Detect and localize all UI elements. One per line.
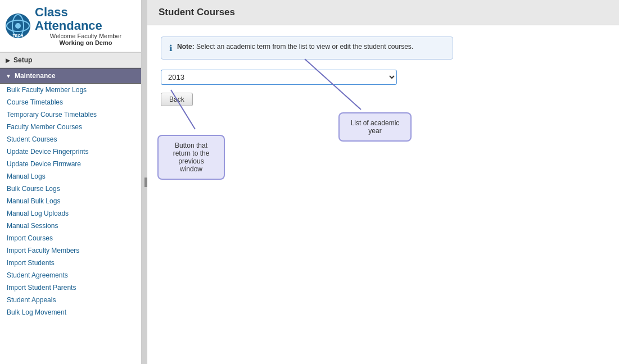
setup-section-toggle[interactable]: ▶ Setup [0,52,141,68]
sidebar-item-manual-bulk-logs[interactable]: Manual Bulk Logs [0,195,141,207]
app-title: Class Attendance [35,6,137,33]
sidebar-header: TECH Class Attendance Welcome Faculty Me… [0,0,141,52]
maintenance-section-toggle[interactable]: ▼ Maintenance [0,68,141,84]
back-button[interactable]: Back [161,93,193,106]
sidebar: TECH Class Attendance Welcome Faculty Me… [0,0,142,364]
sidebar-item-course-timetables[interactable]: Course Timetables [0,96,141,108]
sidebar-item-student-agreements[interactable]: Student Agreements [0,269,141,281]
maintenance-arrow-icon: ▼ [6,73,11,79]
svg-point-3 [15,23,21,29]
sidebar-item-update-device-firmware[interactable]: Update Device Firmware [0,158,141,170]
year-select[interactable]: 2013 [161,70,397,85]
sidebar-item-import-students[interactable]: Import Students [0,257,141,269]
annotation-bubble-back-button: Button that return to the previous windo… [157,135,225,180]
sidebar-item-manual-log-uploads[interactable]: Manual Log Uploads [0,207,141,220]
sidebar-item-temp-course-timetables[interactable]: Temporary Course Timetables [0,108,141,121]
sidebar-title-block: Class Attendance Welcome Faculty Member … [35,6,137,46]
sidebar-item-student-appeals[interactable]: Student Appeals [0,294,141,306]
sidebar-item-bulk-faculty-logs[interactable]: Bulk Faculty Member Logs [0,84,141,96]
sidebar-item-faculty-member-courses[interactable]: Faculty Member Courses [0,121,141,133]
page-title: Student Courses [147,0,619,25]
sidebar-item-update-device-fingerprints[interactable]: Update Device Fingerprints [0,145,141,158]
info-icon: ℹ [169,43,173,53]
sidebar-item-student-courses[interactable]: Student Courses [0,133,141,145]
svg-text:TECH: TECH [12,34,23,38]
app-subtitle: Welcome Faculty Member Working on Demo [35,33,137,46]
app-logo: TECH [4,12,31,39]
content-area: ℹ Note: Select an academic term from the… [147,25,619,364]
main-content: Student Courses ℹ Note: Select an academ… [147,0,619,364]
note-box: ℹ Note: Select an academic term from the… [161,37,453,60]
annotation-bubble-year-list: List of academic year [338,112,412,142]
sidebar-item-manual-logs[interactable]: Manual Logs [0,170,141,183]
resize-handle[interactable]: ▐ [142,0,147,364]
year-select-wrapper: 2013 [161,70,606,85]
sidebar-item-import-courses[interactable]: Import Courses [0,232,141,244]
sidebar-item-import-student-parents[interactable]: Import Student Parents [0,281,141,294]
setup-arrow-icon: ▶ [6,57,10,63]
note-text: Note: Select an academic term from the l… [177,43,413,51]
sidebar-item-bulk-log-movement[interactable]: Bulk Log Movement [0,306,141,319]
sidebar-item-import-faculty-members[interactable]: Import Faculty Members [0,244,141,257]
sidebar-item-bulk-course-logs[interactable]: Bulk Course Logs [0,183,141,195]
sidebar-item-manual-sessions[interactable]: Manual Sessions [0,220,141,232]
